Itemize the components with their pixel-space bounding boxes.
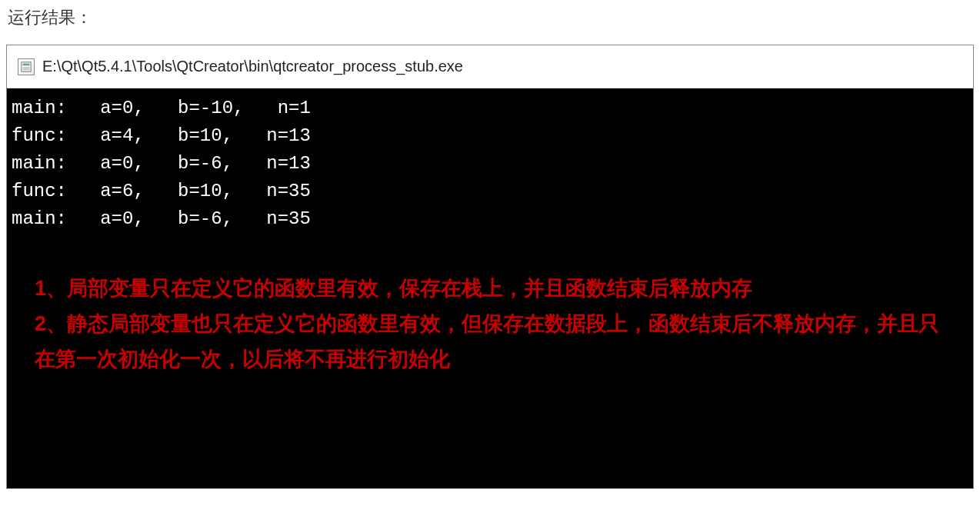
console-line: main: a=0, b=-10, n=1 bbox=[12, 95, 968, 122]
console-window: E:\Qt\Qt5.4.1\Tools\QtCreator\bin\qtcrea… bbox=[6, 45, 974, 489]
annotation-line-2: 2、静态局部变量也只在定义它的函数里有效，但保存在数据段上，函数结束后不释放内存… bbox=[35, 307, 945, 377]
annotation-block: 1、局部变量只在定义它的函数里有效，保存在栈上，并且函数结束后释放内存 2、静态… bbox=[12, 271, 968, 377]
console-line: func: a=6, b=10, n=35 bbox=[12, 178, 968, 205]
console-line: main: a=0, b=-6, n=13 bbox=[12, 150, 968, 178]
title-bar: E:\Qt\Qt5.4.1\Tools\QtCreator\bin\qtcrea… bbox=[7, 45, 973, 88]
console-output: main: a=0, b=-10, n=1 func: a=4, b=10, n… bbox=[7, 88, 973, 488]
annotation-line-1: 1、局部变量只在定义它的函数里有效，保存在栈上，并且函数结束后释放内存 bbox=[35, 271, 945, 307]
svg-rect-1 bbox=[23, 63, 30, 65]
page-heading: 运行结果： bbox=[0, 0, 980, 45]
app-icon bbox=[18, 58, 35, 75]
console-line: func: a=4, b=10, n=13 bbox=[12, 122, 968, 150]
console-line: main: a=0, b=-6, n=35 bbox=[12, 205, 968, 233]
svg-rect-2 bbox=[23, 67, 30, 70]
window-title-path: E:\Qt\Qt5.4.1\Tools\QtCreator\bin\qtcrea… bbox=[42, 58, 463, 75]
